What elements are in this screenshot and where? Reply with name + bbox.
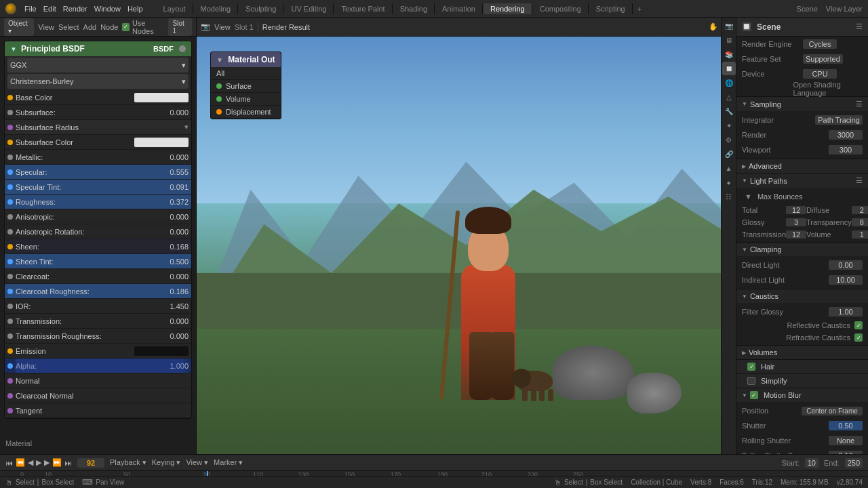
add-menu-node[interactable]: Add bbox=[83, 23, 97, 31]
particles-props-icon[interactable]: ✦ bbox=[722, 119, 736, 132]
render-props-icon[interactable]: 📷 bbox=[722, 19, 736, 33]
subsurface-color-swatch[interactable] bbox=[134, 138, 189, 147]
simplify-checkbox-unchecked[interactable] bbox=[747, 377, 755, 385]
tab-modeling[interactable]: Modeling bbox=[194, 3, 239, 14]
alpha-dot[interactable] bbox=[7, 363, 13, 369]
edit-menu[interactable]: Edit bbox=[43, 5, 56, 13]
tab-scripting[interactable]: Scripting bbox=[589, 3, 633, 14]
light-paths-options-icon[interactable]: ☰ bbox=[856, 176, 863, 185]
mat-volume-dot[interactable] bbox=[216, 96, 222, 102]
caustics-header[interactable]: ▼ Caustics bbox=[736, 289, 868, 303]
rolling-shutter-value[interactable]: None bbox=[829, 436, 863, 445]
scene-props-icon[interactable]: 🔲 bbox=[722, 62, 736, 75]
roughness-row[interactable]: Roughness: 0.372 bbox=[5, 195, 191, 209]
material-props-icon[interactable]: ● bbox=[722, 176, 736, 189]
render-menu[interactable]: Render bbox=[63, 5, 87, 13]
volume-bounce-value[interactable]: 1 bbox=[852, 230, 868, 239]
jump-start-button[interactable]: ⏮ bbox=[5, 459, 13, 467]
transparency-bounce-value[interactable]: 8 bbox=[852, 218, 868, 226]
render-engine-value[interactable]: Cycles bbox=[803, 39, 837, 49]
marker-menu[interactable]: Marker ▾ bbox=[214, 458, 243, 467]
output-props-icon[interactable]: 🖥 bbox=[722, 33, 736, 47]
specular-dot[interactable] bbox=[7, 169, 13, 175]
tab-sculpting[interactable]: Sculpting bbox=[239, 3, 283, 14]
sampling-header[interactable]: ▼ Sampling ☰ bbox=[736, 97, 868, 111]
playback-menu[interactable]: Playback ▾ bbox=[110, 458, 146, 467]
emission-swatch[interactable] bbox=[134, 346, 189, 356]
view-layer-props-icon[interactable]: 📚 bbox=[722, 47, 736, 61]
current-frame-display[interactable]: 92 bbox=[77, 458, 104, 468]
hair-checkbox[interactable]: ✓ bbox=[747, 363, 755, 371]
reflective-caustics-checkbox[interactable]: ✓ bbox=[854, 321, 863, 329]
modifier-props-icon[interactable]: 🔧 bbox=[722, 104, 736, 118]
transmission-bounce-value[interactable]: 12 bbox=[786, 230, 806, 239]
transmission-dot[interactable] bbox=[7, 319, 13, 324]
clamping-header[interactable]: ▼ Clamping bbox=[736, 243, 868, 256]
use-nodes-checkbox[interactable]: ✓ bbox=[122, 23, 129, 31]
position-value[interactable]: Center on Frame bbox=[802, 407, 863, 415]
play-button[interactable]: ▶ bbox=[36, 458, 41, 467]
specular-tint-dot[interactable] bbox=[7, 184, 13, 190]
sheen-tint-row[interactable]: Sheen Tint: 0.500 bbox=[5, 254, 191, 269]
tab-animation[interactable]: Animation bbox=[435, 3, 483, 14]
feature-set-value[interactable]: Supported bbox=[803, 54, 843, 64]
tab-rendering[interactable]: Rendering bbox=[484, 3, 532, 14]
view-menu-render[interactable]: View bbox=[214, 23, 231, 31]
view-menu-node[interactable]: View bbox=[38, 23, 54, 31]
base-color-dot[interactable] bbox=[7, 95, 13, 100]
motion-blur-header[interactable]: ▼ ✓ Motion Blur bbox=[736, 388, 868, 402]
subsurface-color-dot[interactable] bbox=[7, 140, 13, 145]
jump-end-button[interactable]: ⏭ bbox=[64, 459, 72, 467]
clearcoat-normal-dot[interactable] bbox=[7, 393, 13, 399]
texture-props-icon[interactable]: ☷ bbox=[722, 190, 736, 203]
file-menu[interactable]: File bbox=[24, 5, 37, 13]
advanced-header[interactable]: ▶ Advanced bbox=[736, 159, 868, 173]
data-props-icon[interactable]: ▲ bbox=[722, 161, 736, 175]
prev-keyframe-button[interactable]: ⏪ bbox=[16, 458, 25, 467]
add-workspace-button[interactable]: + bbox=[633, 3, 646, 14]
scene-options-icon[interactable]: ☰ bbox=[856, 22, 863, 31]
motion-blur-checkbox[interactable]: ✓ bbox=[750, 391, 758, 399]
constraints-props-icon[interactable]: 🔗 bbox=[722, 147, 736, 161]
refractive-caustics-checkbox[interactable]: ✓ bbox=[854, 333, 863, 342]
prev-frame-button[interactable]: ◀ bbox=[28, 458, 33, 467]
sheen-dot[interactable] bbox=[7, 244, 13, 249]
mat-displacement-dot[interactable] bbox=[216, 109, 222, 115]
sheen-tint-dot[interactable] bbox=[7, 259, 13, 264]
slot-button[interactable]: Slot 1 bbox=[168, 18, 192, 36]
next-frame-button[interactable]: ▶ bbox=[44, 458, 50, 467]
world-props-icon[interactable]: 🌐 bbox=[722, 76, 736, 89]
select-menu-node[interactable]: Select bbox=[58, 23, 79, 31]
next-keyframe-button[interactable]: ⏩ bbox=[52, 458, 62, 467]
emission-dot[interactable] bbox=[7, 348, 13, 354]
total-bounce-value[interactable]: 12 bbox=[786, 206, 806, 214]
volumes-header[interactable]: ▶ Volumes bbox=[736, 346, 868, 359]
help-menu[interactable]: Help bbox=[127, 5, 143, 13]
alpha-row[interactable]: Alpha: 1.000 bbox=[5, 359, 191, 373]
filter-glossy-value[interactable]: 1.00 bbox=[829, 307, 863, 317]
transmission-roughness-dot[interactable] bbox=[7, 333, 13, 339]
node-menu[interactable]: Node bbox=[100, 23, 118, 31]
roughness-dot[interactable] bbox=[7, 199, 13, 205]
start-frame-value[interactable]: 10 bbox=[805, 458, 818, 468]
hair-header[interactable]: ✓ Hair bbox=[736, 360, 868, 373]
render-samples-value[interactable]: 3000 bbox=[829, 130, 863, 140]
indirect-light-value[interactable]: 10.00 bbox=[829, 275, 863, 285]
subsurface-radius-dot[interactable] bbox=[7, 125, 13, 130]
view-menu-timeline[interactable]: View ▾ bbox=[186, 458, 208, 467]
simplify-header[interactable]: Simplify bbox=[736, 374, 868, 388]
glossy-bounce-value[interactable]: 3 bbox=[786, 218, 806, 226]
physics-props-icon[interactable]: ⚙ bbox=[722, 133, 736, 146]
sampling-options-icon[interactable]: ☰ bbox=[856, 100, 863, 108]
clearcoat-roughness-row[interactable]: Clearcoat Roughness: 0.186 bbox=[5, 284, 191, 299]
metallic-dot[interactable] bbox=[7, 155, 13, 160]
normal-dot[interactable] bbox=[7, 378, 13, 384]
clearcoat-dot[interactable] bbox=[7, 274, 13, 279]
clearcoat-roughness-dot[interactable] bbox=[7, 289, 13, 294]
object-props-icon[interactable]: △ bbox=[722, 90, 736, 104]
tab-texture-paint[interactable]: Texture Paint bbox=[334, 3, 392, 14]
diffuse-bounce-value[interactable]: 2 bbox=[852, 206, 868, 214]
anisotropic-rotation-dot[interactable] bbox=[7, 229, 13, 235]
keying-menu[interactable]: Keying ▾ bbox=[152, 458, 181, 467]
object-mode-button[interactable]: Object ▾ bbox=[4, 18, 34, 36]
